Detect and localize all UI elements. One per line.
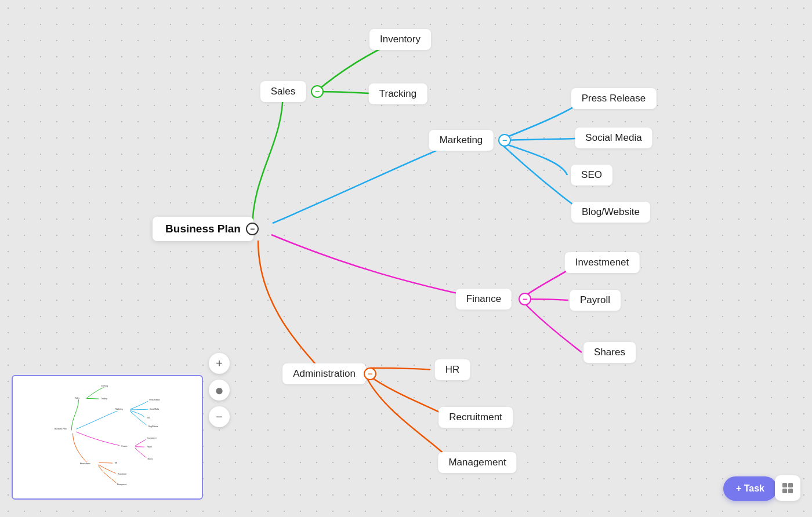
node-press-release[interactable]: Press Release (571, 88, 657, 109)
node-sales[interactable]: Sales (260, 81, 306, 102)
zoom-controls: + ● − (209, 353, 230, 427)
collapse-dot-marketing[interactable] (498, 134, 511, 147)
node-tracking[interactable]: Tracking (369, 83, 427, 104)
node-recruitment[interactable]: Recruitment (438, 407, 513, 428)
node-investmenet[interactable]: Investmenet (565, 252, 640, 273)
svg-rect-37 (788, 489, 793, 493)
node-inventory[interactable]: Inventory (369, 29, 431, 50)
svg-text:Business Plan: Business Plan (55, 428, 67, 430)
svg-rect-34 (782, 483, 787, 487)
node-finance[interactable]: Finance (456, 289, 512, 310)
svg-text:Investmenet: Investmenet (147, 437, 156, 439)
task-button[interactable]: + Task (723, 476, 777, 501)
collapse-dot-sales[interactable] (311, 85, 324, 98)
svg-text:Management: Management (117, 483, 126, 486)
node-blog-website[interactable]: Blog/Website (571, 202, 650, 223)
node-hr[interactable]: HR (435, 359, 470, 380)
svg-rect-35 (788, 483, 793, 487)
svg-text:Finance: Finance (122, 445, 128, 447)
collapse-dot-administration[interactable] (364, 367, 376, 380)
svg-text:Tracking: Tracking (101, 398, 107, 400)
collapse-dot-center[interactable] (246, 223, 259, 235)
svg-text:HR: HR (115, 462, 117, 464)
node-business-plan[interactable]: Business Plan (153, 217, 253, 241)
svg-text:Marketing: Marketing (115, 408, 123, 410)
svg-text:Payroll: Payroll (147, 446, 152, 448)
node-management[interactable]: Management (438, 452, 516, 473)
svg-text:Inventory: Inventory (102, 385, 108, 387)
node-marketing[interactable]: Marketing (429, 130, 494, 151)
node-seo[interactable]: SEO (571, 165, 612, 185)
node-payroll[interactable]: Payroll (570, 290, 621, 311)
svg-text:Sales: Sales (75, 397, 80, 399)
svg-text:SEO: SEO (147, 417, 151, 419)
collapse-dot-finance[interactable] (519, 293, 531, 305)
svg-text:Social Media: Social Media (150, 408, 159, 410)
svg-text:Blog/Website: Blog/Website (148, 425, 158, 428)
zoom-in-button[interactable]: + (209, 353, 230, 374)
node-administration[interactable]: Administration (282, 363, 366, 384)
zoom-out-button[interactable]: − (209, 406, 230, 427)
grid-icon (781, 482, 794, 494)
node-social-media[interactable]: Social Media (575, 128, 652, 148)
minimap: Business Plan Sales Inventory Tracking M… (12, 375, 203, 500)
minimap-inner: Business Plan Sales Inventory Tracking M… (13, 376, 202, 498)
zoom-dot-button[interactable]: ● (209, 380, 230, 401)
svg-text:Administration: Administration (80, 463, 90, 465)
svg-text:Press Release: Press Release (149, 399, 160, 401)
task-button-label: + Task (736, 483, 764, 494)
svg-rect-36 (782, 489, 787, 493)
grid-icon-button[interactable] (775, 475, 800, 501)
svg-text:Recruitment: Recruitment (118, 473, 126, 475)
svg-text:Shares: Shares (147, 458, 153, 460)
node-shares[interactable]: Shares (583, 342, 636, 363)
minimap-svg: Business Plan Sales Inventory Tracking M… (13, 376, 202, 498)
